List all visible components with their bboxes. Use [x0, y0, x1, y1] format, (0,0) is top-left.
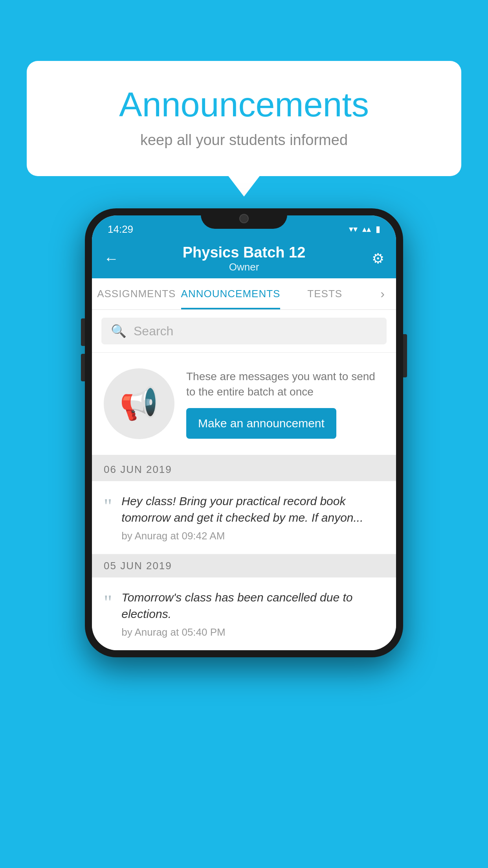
search-input[interactable]: Search — [134, 324, 173, 338]
tab-more[interactable]: › — [369, 278, 396, 309]
phone-wrapper: 14:29 ▾▾ ▴▴ ▮ ← Physics Batch 12 Owner ⚙ — [85, 208, 403, 657]
announcement-author-2: by Anurag at 05:40 PM — [121, 626, 384, 638]
phone-button-left2 — [81, 354, 85, 381]
quote-icon-2: " — [104, 592, 112, 613]
date-divider-2: 05 JUN 2019 — [92, 554, 396, 577]
top-bar-center: Physics Batch 12 Owner — [183, 244, 306, 273]
announcement-text-1: Hey class! Bring your practical record b… — [121, 493, 384, 526]
battery-icon: ▮ — [376, 224, 380, 234]
announcement-author-1: by Anurag at 09:42 AM — [121, 530, 384, 542]
bubble-subtitle: keep all your students informed — [58, 132, 430, 149]
megaphone-icon: 📢 — [119, 385, 159, 422]
top-bar: ← Physics Batch 12 Owner ⚙ — [92, 239, 396, 278]
announcement-text-2: Tomorrow's class has been cancelled due … — [121, 589, 384, 622]
status-time: 14:29 — [108, 223, 133, 235]
back-button[interactable]: ← — [104, 250, 119, 267]
search-icon: 🔍 — [111, 324, 127, 338]
bubble-title: Announcements — [58, 85, 430, 125]
announcement-item-1[interactable]: " Hey class! Bring your practical record… — [92, 481, 396, 554]
top-bar-title: Physics Batch 12 — [183, 244, 306, 261]
phone-camera — [239, 214, 249, 223]
promo-icon-circle: 📢 — [104, 368, 174, 439]
tab-assignments[interactable]: ASSIGNMENTS — [92, 278, 181, 309]
make-announcement-button[interactable]: Make an announcement — [186, 408, 336, 439]
wifi-icon: ▾▾ — [349, 224, 358, 234]
promo-right: These are messages you want to send to t… — [186, 369, 384, 439]
announcement-content-2: Tomorrow's class has been cancelled due … — [121, 589, 384, 638]
tabs-bar: ASSIGNMENTS ANNOUNCEMENTS TESTS › — [92, 278, 396, 310]
phone-notch — [201, 208, 287, 229]
phone-screen: 14:29 ▾▾ ▴▴ ▮ ← Physics Batch 12 Owner ⚙ — [92, 215, 396, 650]
announcement-item-2[interactable]: " Tomorrow's class has been cancelled du… — [92, 577, 396, 650]
phone-button-left — [81, 318, 85, 346]
speech-bubble-section: Announcements keep all your students inf… — [27, 61, 461, 176]
status-icons: ▾▾ ▴▴ ▮ — [349, 224, 380, 234]
search-bar[interactable]: 🔍 Search — [101, 318, 387, 344]
announcement-content-1: Hey class! Bring your practical record b… — [121, 493, 384, 542]
tab-tests[interactable]: TESTS — [280, 278, 369, 309]
promo-description: These are messages you want to send to t… — [186, 369, 384, 399]
date-divider-1: 06 JUN 2019 — [92, 458, 396, 481]
tab-announcements[interactable]: ANNOUNCEMENTS — [181, 278, 281, 309]
phone-outer: 14:29 ▾▾ ▴▴ ▮ ← Physics Batch 12 Owner ⚙ — [85, 208, 403, 657]
speech-bubble: Announcements keep all your students inf… — [27, 61, 461, 176]
signal-icon: ▴▴ — [362, 224, 371, 234]
phone-button-right — [403, 334, 407, 377]
quote-icon-1: " — [104, 496, 112, 517]
promo-section: 📢 These are messages you want to send to… — [92, 353, 396, 458]
search-container: 🔍 Search — [92, 310, 396, 353]
top-bar-subtitle: Owner — [183, 261, 306, 273]
settings-icon[interactable]: ⚙ — [372, 250, 384, 267]
